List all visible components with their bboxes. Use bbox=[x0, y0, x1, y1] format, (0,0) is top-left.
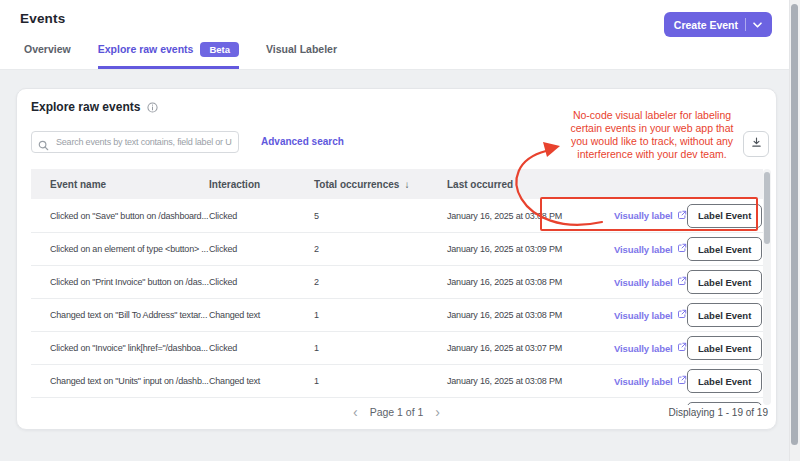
visually-label-text: Visually label bbox=[614, 376, 673, 387]
visually-label-text: Visually label bbox=[614, 343, 673, 354]
external-link-icon bbox=[677, 210, 687, 222]
interaction-cell: Clicked bbox=[209, 277, 314, 287]
explore-raw-events-card: Explore raw events Advanced search Event… bbox=[16, 88, 777, 430]
last-occurred-cell: January 16, 2025 at 03:08 PM bbox=[447, 376, 614, 386]
tab-label: Overview bbox=[24, 43, 71, 55]
tab-visual-labeler[interactable]: Visual Labeler bbox=[266, 42, 337, 70]
external-link-icon bbox=[677, 276, 687, 288]
download-icon bbox=[750, 136, 763, 152]
tab-explore-raw-events[interactable]: Explore raw events Beta bbox=[98, 42, 239, 70]
label-event-button[interactable]: Label Event bbox=[687, 303, 762, 327]
event-name-cell: Changed text on "Bill To Address" textar… bbox=[31, 310, 209, 320]
advanced-search-link[interactable]: Advanced search bbox=[261, 136, 344, 147]
visually-label-text: Visually label bbox=[614, 310, 673, 321]
label-event-button[interactable]: Label Event bbox=[687, 369, 762, 393]
beta-badge: Beta bbox=[200, 42, 239, 58]
column-header-event-name[interactable]: Event name bbox=[31, 179, 209, 190]
card-title: Explore raw events bbox=[31, 100, 140, 114]
event-name-cell: Clicked on "Print Invoice" button on /da… bbox=[31, 277, 209, 287]
chevron-down-icon[interactable] bbox=[753, 22, 762, 28]
last-occurred-cell: January 16, 2025 at 03:08 PM bbox=[447, 310, 614, 320]
occurrences-cell: 1 bbox=[314, 343, 447, 353]
table-row[interactable]: Clicked on "Save" button on /dashboard..… bbox=[31, 199, 763, 232]
create-event-button[interactable]: Create Event bbox=[664, 12, 772, 37]
page-scrollbar-thumb[interactable] bbox=[791, 4, 798, 445]
last-occurred-cell: January 16, 2025 at 03:07 PM bbox=[447, 343, 614, 353]
visually-label-text: Visually label bbox=[614, 277, 673, 288]
external-link-icon bbox=[677, 342, 687, 354]
next-page-button[interactable]: › bbox=[433, 405, 442, 419]
page-indicator: Page 1 of 1 bbox=[370, 406, 424, 418]
tab-label: Visual Labeler bbox=[266, 43, 337, 55]
search-input[interactable] bbox=[31, 131, 239, 153]
visually-label-link[interactable]: Visually label bbox=[614, 276, 687, 288]
table-scrollbar-track[interactable] bbox=[763, 169, 771, 405]
table-scrollbar-thumb[interactable] bbox=[764, 172, 770, 244]
table-row[interactable]: Changed text on "Units" input on /dashb.… bbox=[31, 364, 763, 397]
page-title: Events bbox=[20, 11, 65, 26]
interaction-cell: Changed text bbox=[209, 310, 314, 320]
results-summary: Displaying 1 - 19 of 19 bbox=[668, 407, 768, 418]
visually-label-link[interactable]: Visually label bbox=[614, 375, 687, 387]
column-header-last-occurred[interactable]: Last occurred bbox=[447, 179, 614, 190]
occurrences-cell: 5 bbox=[314, 211, 447, 221]
table-header-row: Event name Interaction Total occurrences… bbox=[31, 169, 763, 199]
occurrences-cell: 1 bbox=[314, 376, 447, 386]
column-header-interaction[interactable]: Interaction bbox=[209, 179, 314, 190]
pagination: ‹ Page 1 of 1 › bbox=[17, 395, 776, 429]
event-name-cell: Changed text on "Units" input on /dashb.… bbox=[31, 376, 209, 386]
visually-label-link[interactable]: Visually label bbox=[614, 309, 687, 321]
visually-label-text: Visually label bbox=[614, 210, 673, 221]
label-event-button[interactable]: Label Event bbox=[687, 204, 762, 228]
page-scrollbar-track[interactable] bbox=[789, 0, 800, 461]
interaction-cell: Clicked bbox=[209, 211, 314, 221]
events-table: Event name Interaction Total occurrences… bbox=[31, 169, 771, 405]
app-header: Events Create Event Overview Explore raw… bbox=[0, 0, 800, 70]
label-event-button[interactable]: Label Event bbox=[687, 237, 762, 261]
external-link-icon bbox=[677, 309, 687, 321]
table-row[interactable]: Clicked on "Print Invoice" button on /da… bbox=[31, 265, 763, 298]
label-event-button[interactable]: Label Event bbox=[687, 336, 762, 360]
button-divider bbox=[745, 18, 746, 31]
event-name-cell: Clicked on "Invoice" link[href="/dashboa… bbox=[31, 343, 209, 353]
last-occurred-cell: January 16, 2025 at 03:08 PM bbox=[447, 277, 614, 287]
table-row[interactable]: Clicked on an element of type <button> .… bbox=[31, 232, 763, 265]
table-body: Clicked on "Save" button on /dashboard..… bbox=[31, 199, 771, 405]
table-row[interactable]: Clicked on "Invoice" link[href="/dashboa… bbox=[31, 331, 763, 364]
external-link-icon bbox=[677, 243, 687, 255]
event-name-cell: Clicked on an element of type <button> .… bbox=[31, 244, 209, 254]
last-occurred-cell: January 16, 2025 at 03:09 PM bbox=[447, 244, 614, 254]
visually-label-text: Visually label bbox=[614, 244, 673, 255]
tab-overview[interactable]: Overview bbox=[24, 42, 71, 70]
tab-bar: Overview Explore raw events Beta Visual … bbox=[24, 42, 337, 70]
visually-label-link[interactable]: Visually label bbox=[614, 243, 687, 255]
interaction-cell: Clicked bbox=[209, 244, 314, 254]
column-header-label: Total occurrences bbox=[314, 179, 399, 190]
occurrences-cell: 2 bbox=[314, 277, 447, 287]
interaction-cell: Changed text bbox=[209, 376, 314, 386]
visually-label-link[interactable]: Visually label bbox=[614, 342, 687, 354]
event-name-cell: Clicked on "Save" button on /dashboard..… bbox=[31, 211, 209, 221]
occurrences-cell: 1 bbox=[314, 310, 447, 320]
create-event-label: Create Event bbox=[674, 19, 738, 31]
info-icon[interactable] bbox=[147, 102, 158, 113]
table-row[interactable]: Changed text on "Bill To Address" textar… bbox=[31, 298, 763, 331]
previous-page-button[interactable]: ‹ bbox=[351, 405, 360, 419]
column-header-total-occurrences[interactable]: Total occurrences↓ bbox=[314, 179, 447, 190]
label-event-button[interactable]: Label Event bbox=[687, 270, 762, 294]
interaction-cell: Clicked bbox=[209, 343, 314, 353]
visually-label-link[interactable]: Visually label bbox=[614, 210, 687, 222]
tab-label: Explore raw events bbox=[98, 43, 194, 55]
sort-descending-icon[interactable]: ↓ bbox=[404, 179, 409, 190]
occurrences-cell: 2 bbox=[314, 244, 447, 254]
download-button[interactable] bbox=[743, 131, 769, 157]
external-link-icon bbox=[677, 375, 687, 387]
last-occurred-cell: January 16, 2025 at 03:08 PM bbox=[447, 211, 614, 221]
